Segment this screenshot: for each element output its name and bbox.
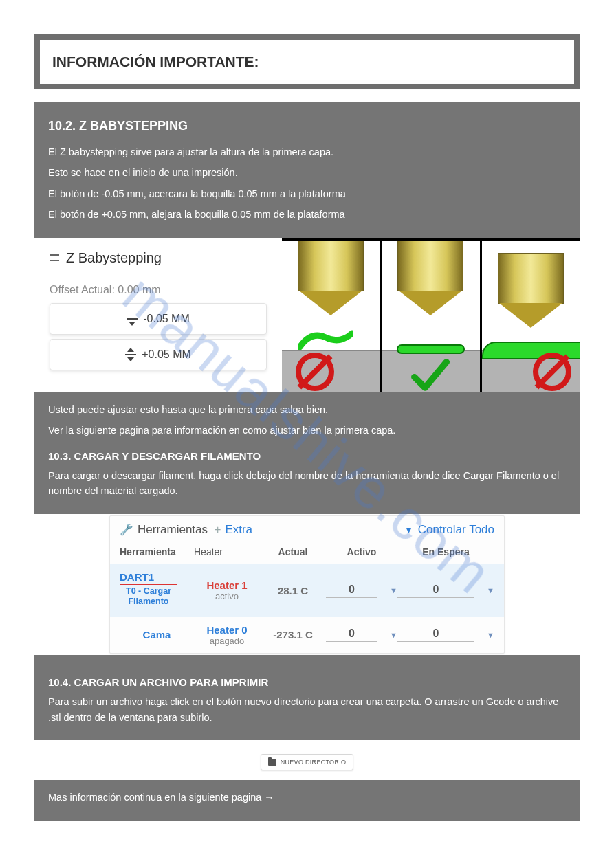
upload-section: 10.4. CARGAR UN ARCHIVO PARA IMPRIMIR Pa…	[34, 655, 580, 740]
gap-desc-1: Usted puede ajustar esto hasta que la pr…	[48, 402, 566, 417]
extra-link[interactable]: Extra	[225, 523, 252, 537]
babystep-plus-label: +0.05 MM	[142, 348, 191, 361]
prohibited-icon	[296, 353, 334, 391]
actual-temp: 28.1 C	[260, 585, 326, 597]
footer-note: Mas información continua en la siguiente…	[34, 780, 580, 820]
table-row: DART1 T0 - Cargar Filamento Heater 1 act…	[110, 564, 504, 617]
arrow-expand-icon	[125, 348, 136, 361]
babystep-section: 10.2. Z BABYSTEPPING El Z babystepping s…	[34, 102, 580, 238]
filament-heading: 10.3. CARGAR Y DESCARGAR FILAMENTO	[48, 448, 566, 464]
standby-temp-select[interactable]: 0 ▼	[397, 583, 494, 598]
collapse-icon: ▾	[406, 524, 411, 535]
active-temp-select[interactable]: 0 ▼	[326, 627, 397, 642]
babystep-heading: 10.2. Z BABYSTEPPING	[48, 117, 566, 136]
chevron-down-icon: ▼	[390, 586, 397, 594]
plus-icon: +	[215, 524, 221, 536]
col-actual: Actual	[260, 546, 326, 557]
active-temp-value: 0	[326, 627, 377, 642]
babystep-minus-label: -0.05 MM	[143, 313, 190, 325]
heater-state: activo	[194, 591, 260, 601]
heater-name[interactable]: Heater 0	[194, 624, 260, 636]
chevron-down-icon: ▼	[390, 631, 397, 639]
col-tool: Herramienta	[120, 546, 194, 557]
important-info-title: INFORMACIÓN IMPORTANTE:	[52, 54, 562, 70]
nozzle-too-low-cell	[480, 241, 580, 392]
standby-temp-value: 0	[397, 627, 474, 642]
tools-panel: 🔧 Herramientas + Extra ▾ Controlar Todo …	[109, 515, 505, 654]
footer-text: Mas información continua en la siguiente…	[48, 790, 566, 805]
col-active: Activo	[326, 546, 397, 557]
load-filament-button[interactable]: T0 - Cargar Filamento	[120, 584, 177, 610]
new-directory-button[interactable]: NUEVO DIRECTORIO	[261, 754, 354, 770]
heater-name[interactable]: Heater 1	[194, 579, 260, 591]
important-info-frame: INFORMACIÓN IMPORTANTE:	[34, 34, 580, 89]
arrow-compress-icon	[127, 313, 138, 325]
nozzle-height-diagram	[282, 238, 580, 392]
tool-name[interactable]: DART1	[120, 571, 194, 583]
prohibited-icon	[533, 353, 571, 391]
control-all-link[interactable]: Controlar Todo	[418, 523, 494, 537]
col-heater: Heater	[194, 546, 260, 557]
chevron-down-icon: ▼	[487, 586, 494, 594]
nozzle-too-high-cell	[282, 241, 380, 392]
checkmark-icon	[411, 357, 450, 392]
new-directory-label: NUEVO DIRECTORIO	[281, 759, 347, 766]
upload-desc: Para subir un archivo haga click en el b…	[48, 694, 566, 725]
zbaby-title: Z Babystepping	[66, 250, 162, 266]
babystep-visual-row: Z Babystepping Offset Actual: 0.00 mm -0…	[34, 238, 580, 392]
heater-state: apagado	[194, 636, 260, 646]
active-temp-select[interactable]: 0 ▼	[326, 583, 397, 598]
babystep-desc-2: Esto se hace en el inicio de una impresi…	[48, 165, 566, 180]
babystep-minus-button[interactable]: -0.05 MM	[50, 303, 267, 335]
filament-desc: Para cargar o descargar filament, haga c…	[48, 468, 566, 499]
actual-temp: -273.1 C	[260, 629, 326, 641]
babystep-plus-button[interactable]: +0.05 MM	[50, 339, 267, 370]
table-row: Cama Heater 0 apagado -273.1 C 0 ▼ 0 ▼	[110, 617, 504, 653]
offset-actual-label: Offset Actual: 0.00 mm	[50, 284, 267, 296]
babystep-desc-4: El botón de +0.05 mm, alejara la boquill…	[48, 207, 566, 222]
filament-section: Usted puede ajustar esto hasta que la pr…	[34, 392, 580, 514]
upload-heading: 10.4. CARGAR UN ARCHIVO PARA IMPRIMIR	[48, 674, 566, 690]
nozzle-correct-cell	[380, 241, 479, 392]
folder-plus-icon	[268, 759, 276, 766]
load-line2: Filamento	[128, 597, 168, 606]
standby-temp-value: 0	[397, 583, 474, 598]
tool-name[interactable]: Cama	[120, 629, 194, 641]
load-line1: T0 - Cargar	[126, 586, 171, 596]
tools-title: Herramientas	[138, 523, 208, 537]
zbaby-card: Z Babystepping Offset Actual: 0.00 mm -0…	[34, 238, 282, 392]
col-standby: En Espera	[397, 546, 494, 557]
active-temp-value: 0	[326, 583, 377, 598]
wrench-icon: 🔧	[120, 523, 133, 536]
gap-desc-2: Ver la siguiente pagina para información…	[48, 423, 566, 438]
babystep-desc-1: El Z babystepping sirve para ajustar la …	[48, 144, 566, 159]
chevron-down-icon: ▼	[487, 631, 494, 639]
standby-temp-select[interactable]: 0 ▼	[397, 627, 494, 642]
babystep-desc-3: El botón de -0.05 mm, acercara la boquil…	[48, 186, 566, 201]
tools-header-row: Herramienta Heater Actual Activo En Espe…	[110, 542, 504, 564]
babystep-icon	[50, 252, 59, 264]
